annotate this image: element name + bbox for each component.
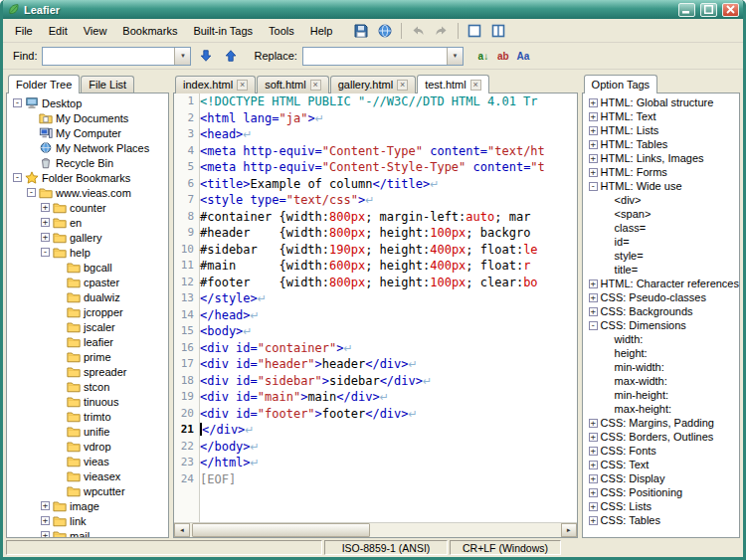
- undo-button[interactable]: [407, 21, 429, 41]
- tree-item-dualwiz[interactable]: dualwiz: [7, 289, 168, 304]
- horizontal-scrollbar[interactable]: ◄ ►: [174, 522, 577, 537]
- menu-built-in-tags[interactable]: Built-in Tags: [185, 22, 261, 40]
- code-line[interactable]: 10#sidebar {width:190px; height:400px; f…: [174, 242, 577, 259]
- tree-item-css-text[interactable]: +CSS: Text: [583, 458, 739, 471]
- match-case-icon[interactable]: a↓: [474, 47, 492, 65]
- tree-item-css-borders-outlines[interactable]: +CSS: Borders, Outlines: [583, 430, 739, 444]
- tree-item-min-height[interactable]: min-height:: [583, 388, 739, 402]
- tree-item-width[interactable]: width:: [583, 332, 739, 346]
- tree-item-help[interactable]: -help: [7, 245, 168, 260]
- expand-icon[interactable]: +: [589, 140, 598, 149]
- replace-input[interactable]: [303, 48, 447, 65]
- tree-item-html-forms[interactable]: +HTML: Forms: [583, 165, 739, 179]
- menu-help[interactable]: Help: [302, 22, 341, 40]
- expand-icon[interactable]: +: [41, 531, 50, 538]
- expand-icon[interactable]: +: [589, 293, 598, 302]
- menu-view[interactable]: View: [76, 22, 115, 40]
- tab-close-icon[interactable]: ×: [237, 80, 248, 91]
- save-button[interactable]: [350, 21, 372, 41]
- tab-close-icon[interactable]: ×: [397, 80, 408, 91]
- menu-edit[interactable]: Edit: [41, 22, 76, 40]
- tree-item-height[interactable]: height:: [583, 346, 739, 360]
- expand-icon[interactable]: +: [589, 126, 598, 135]
- tree-item-div[interactable]: <div>: [583, 193, 739, 207]
- tab-close-icon[interactable]: ×: [470, 80, 481, 91]
- collapse-icon[interactable]: -: [27, 188, 36, 197]
- code-line[interactable]: 22</body>↵: [174, 439, 577, 456]
- expand-icon[interactable]: +: [589, 419, 598, 428]
- tab-option-tags[interactable]: Option Tags: [584, 75, 658, 93]
- code-line[interactable]: 6<title>Example of column</title>↵: [174, 176, 577, 193]
- tree-item-class[interactable]: class=: [583, 221, 739, 235]
- tree-item-title[interactable]: title=: [583, 263, 739, 277]
- tree-item-bgcall[interactable]: bgcall: [7, 260, 168, 275]
- tree-item-trimto[interactable]: trimto: [7, 409, 168, 424]
- tab-test-html[interactable]: test.html×: [417, 75, 489, 93]
- tree-item-html-tables[interactable]: +HTML: Tables: [583, 137, 739, 151]
- tree-item-en[interactable]: +en: [7, 215, 168, 230]
- code-line[interactable]: 15<body>↵: [174, 323, 577, 340]
- collapse-icon[interactable]: -: [589, 321, 598, 330]
- menu-bookmarks[interactable]: Bookmarks: [114, 22, 185, 40]
- tree-item-counter[interactable]: +counter: [7, 200, 168, 215]
- expand-icon[interactable]: +: [41, 233, 50, 242]
- tree-item-my-documents[interactable]: My Documents: [7, 110, 168, 125]
- tree-item-gallery[interactable]: +gallery: [7, 230, 168, 245]
- expand-icon[interactable]: +: [589, 112, 598, 121]
- tree-item-css-tables[interactable]: +CSS: Tables: [583, 513, 739, 527]
- tree-item-unifie[interactable]: unifie: [7, 424, 168, 439]
- tab-gallery-html[interactable]: gallery.html×: [330, 76, 416, 93]
- find-next-button[interactable]: [196, 46, 216, 66]
- tree-item-span[interactable]: <span>: [583, 207, 739, 221]
- tree-item-html-links-images[interactable]: +HTML: Links, Images: [583, 151, 739, 165]
- expand-icon[interactable]: +: [41, 218, 50, 227]
- tree-item-cpaster[interactable]: cpaster: [7, 275, 168, 289]
- tree-item-stcon[interactable]: stcon: [7, 379, 168, 394]
- code-line[interactable]: 1<!DOCTYPE HTML PUBLIC "-//W3C//DTD HTML…: [174, 93, 577, 110]
- expand-icon[interactable]: +: [589, 474, 598, 483]
- menu-file[interactable]: File: [7, 22, 41, 40]
- collapse-icon[interactable]: -: [13, 98, 22, 107]
- expand-icon[interactable]: +: [589, 433, 598, 442]
- code-line[interactable]: 14</head>↵: [174, 307, 577, 324]
- code-area[interactable]: 1<!DOCTYPE HTML PUBLIC "-//W3C//DTD HTML…: [174, 93, 577, 522]
- find-prev-button[interactable]: [221, 46, 241, 66]
- tree-item-max-width[interactable]: max-width:: [583, 374, 739, 388]
- tree-item-html-character-references[interactable]: +HTML: Character references: [583, 277, 739, 290]
- code-line[interactable]: 9#header {width:800px; height:100px; bac…: [174, 225, 577, 242]
- tree-item-prime[interactable]: prime: [7, 349, 168, 364]
- code-line[interactable]: 5<meta http-equiv="Content-Style-Type" c…: [174, 159, 577, 176]
- code-line[interactable]: 21</div>↵: [174, 422, 577, 439]
- code-line[interactable]: 20<div id="footer">footer</div>↵: [174, 406, 577, 423]
- tree-item-html-wide-use[interactable]: -HTML: Wide use: [583, 179, 739, 193]
- tree-item-jscaler[interactable]: jscaler: [7, 319, 168, 334]
- tree-item-id[interactable]: id=: [583, 235, 739, 249]
- close-button[interactable]: [722, 3, 739, 17]
- maximize-button[interactable]: [700, 3, 717, 17]
- tab-folder-tree[interactable]: Folder Tree: [8, 75, 80, 93]
- expand-icon[interactable]: +: [589, 488, 598, 497]
- tree-item-mail[interactable]: +mail: [7, 528, 168, 538]
- expand-icon[interactable]: +: [589, 280, 598, 288]
- preview-button[interactable]: [374, 21, 396, 41]
- collapse-icon[interactable]: -: [589, 182, 598, 191]
- code-line[interactable]: 23</html>↵: [174, 455, 577, 471]
- replace-dropdown-icon[interactable]: ▼: [447, 48, 463, 65]
- tree-item-desktop[interactable]: -Desktop: [7, 95, 168, 110]
- code-line[interactable]: 19<div id="main">main</div>↵: [174, 389, 577, 406]
- code-line[interactable]: 4<meta http-equiv="Content-Type" content…: [174, 143, 577, 160]
- find-input-combo[interactable]: ▼: [42, 47, 191, 66]
- tree-item-www-vieas-com[interactable]: -www.vieas.com: [7, 185, 168, 200]
- code-line[interactable]: 2<html lang="ja">↵: [174, 110, 577, 127]
- tab-index-html[interactable]: index.html×: [175, 76, 256, 93]
- expand-icon[interactable]: +: [41, 501, 50, 510]
- menu-tools[interactable]: Tools: [261, 22, 302, 40]
- find-dropdown-icon[interactable]: ▼: [174, 48, 190, 65]
- expand-icon[interactable]: +: [41, 516, 50, 525]
- scrollbar-track[interactable]: [190, 523, 561, 537]
- tab-close-icon[interactable]: ×: [310, 80, 321, 91]
- tree-item-css-backgrounds[interactable]: +CSS: Backgrounds: [583, 304, 739, 318]
- tree-item-html-lists[interactable]: +HTML: Lists: [583, 123, 739, 137]
- tree-item-html-global-structure[interactable]: +HTML: Global structure: [583, 95, 739, 109]
- tree-item-css-display[interactable]: +CSS: Display: [583, 471, 739, 485]
